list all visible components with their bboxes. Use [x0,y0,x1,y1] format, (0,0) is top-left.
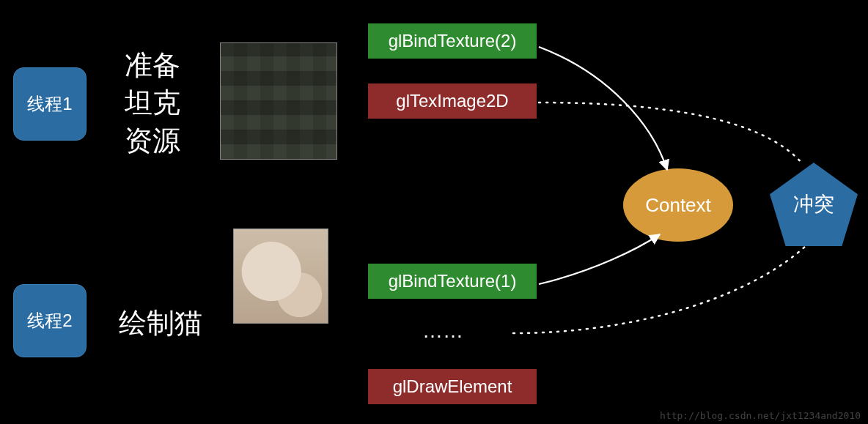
context-node: Context [623,168,733,242]
label-prepare-tank-resource: 准备 坦克 资源 [125,47,180,160]
gl-bind-texture-1: glBindTexture(1) [368,264,537,299]
thread-1-box: 线程1 [13,67,87,141]
thread-2-box: 线程2 [13,284,87,357]
conflict-node: 冲突 [770,163,858,246]
label-draw-cat: 绘制猫 [119,305,202,342]
tank-texture-image [220,42,337,160]
gl-tex-image-2d: glTexImage2D [368,83,537,119]
gl-draw-element: glDrawElement [368,369,537,404]
cat-texture-image [233,228,328,324]
watermark-text: http://blog.csdn.net/jxt1234and2010 [660,410,861,421]
gl-ellipsis: …… [422,319,463,343]
gl-bind-texture-2: glBindTexture(2) [368,23,537,59]
